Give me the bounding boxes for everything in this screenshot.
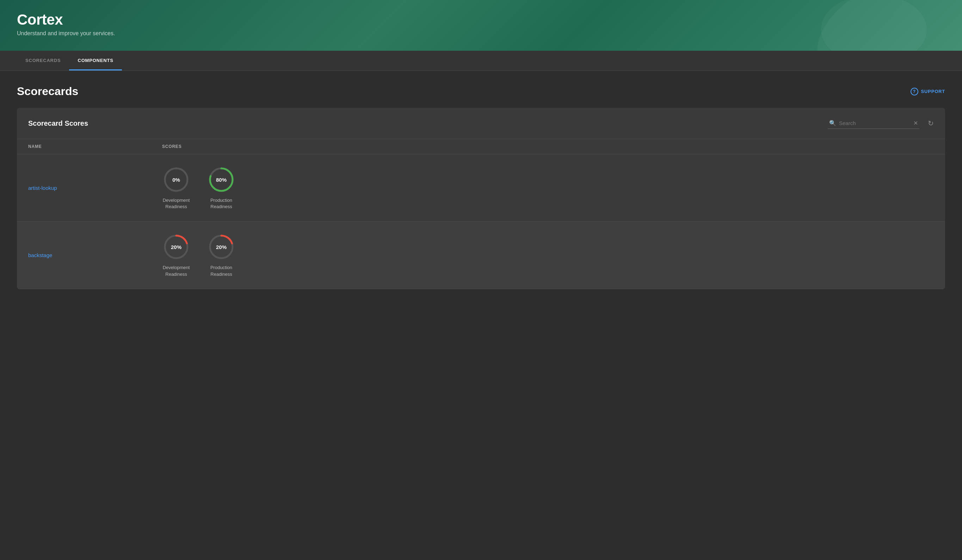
row-name-artist-lookup[interactable]: artist-lookup — [28, 185, 162, 191]
support-link[interactable]: ? SUPPORT — [910, 88, 945, 95]
column-name-header: NAME — [28, 144, 162, 149]
score-label-dev-readiness-2: DevelopmentReadiness — [163, 264, 190, 277]
app-header: Cortex Understand and improve your servi… — [0, 0, 962, 51]
row-scores-artist-lookup: 0% DevelopmentReadiness 80% ProductionRe… — [162, 166, 236, 210]
search-container: 🔍 ✕ ↻ — [828, 117, 934, 129]
search-icon: 🔍 — [829, 120, 836, 126]
main-content: Scorecards ? SUPPORT Scorecard Scores 🔍 … — [0, 71, 962, 303]
score-label-prod-readiness-1: ProductionReadiness — [210, 197, 232, 210]
app-subtitle: Understand and improve your services. — [17, 30, 945, 37]
table-row: artist-lookup 0% DevelopmentReadiness — [17, 154, 945, 222]
tab-components[interactable]: COMPONENTS — [69, 51, 121, 71]
column-scores-header: SCORES — [162, 144, 181, 149]
app-title: Cortex — [17, 11, 945, 28]
panel-title: Scorecard Scores — [28, 119, 88, 127]
scorecard-panel: Scorecard Scores 🔍 ✕ ↻ NAME SCORES artis… — [17, 108, 945, 289]
circle-prod-readiness-1: 80% — [207, 166, 236, 194]
nav-bar: SCORECARDS COMPONENTS — [0, 51, 962, 71]
score-item-dev-readiness-2: 20% DevelopmentReadiness — [162, 233, 190, 277]
score-item-prod-readiness-1: 80% ProductionReadiness — [207, 166, 236, 210]
circle-text-prod-readiness-1: 80% — [216, 177, 227, 183]
circle-dev-readiness-1: 0% — [162, 166, 190, 194]
search-input[interactable] — [839, 120, 910, 126]
score-label-dev-readiness-1: DevelopmentReadiness — [163, 197, 190, 210]
score-label-prod-readiness-2: ProductionReadiness — [210, 264, 232, 277]
panel-header: Scorecard Scores 🔍 ✕ ↻ — [17, 108, 945, 139]
page-header: Scorecards ? SUPPORT — [17, 85, 945, 98]
circle-text-dev-readiness-1: 0% — [172, 177, 180, 183]
circle-dev-readiness-2: 20% — [162, 233, 190, 261]
score-item-prod-readiness-2: 20% ProductionReadiness — [207, 233, 236, 277]
clear-icon[interactable]: ✕ — [914, 120, 918, 126]
row-scores-backstage: 20% DevelopmentReadiness 20% ProductionR… — [162, 233, 236, 277]
page-title: Scorecards — [17, 85, 78, 98]
score-item-dev-readiness-1: 0% DevelopmentReadiness — [162, 166, 190, 210]
table-header: NAME SCORES — [17, 139, 945, 154]
circle-text-dev-readiness-2: 20% — [171, 244, 181, 250]
row-name-backstage[interactable]: backstage — [28, 252, 162, 258]
support-icon: ? — [910, 88, 918, 95]
refresh-icon[interactable]: ↻ — [928, 119, 934, 127]
search-box: 🔍 ✕ — [828, 117, 919, 129]
circle-text-prod-readiness-2: 20% — [216, 244, 227, 250]
tab-scorecards[interactable]: SCORECARDS — [17, 51, 69, 71]
table-row: backstage 20% DevelopmentReadiness — [17, 222, 945, 289]
circle-prod-readiness-2: 20% — [207, 233, 236, 261]
support-label: SUPPORT — [921, 89, 945, 94]
